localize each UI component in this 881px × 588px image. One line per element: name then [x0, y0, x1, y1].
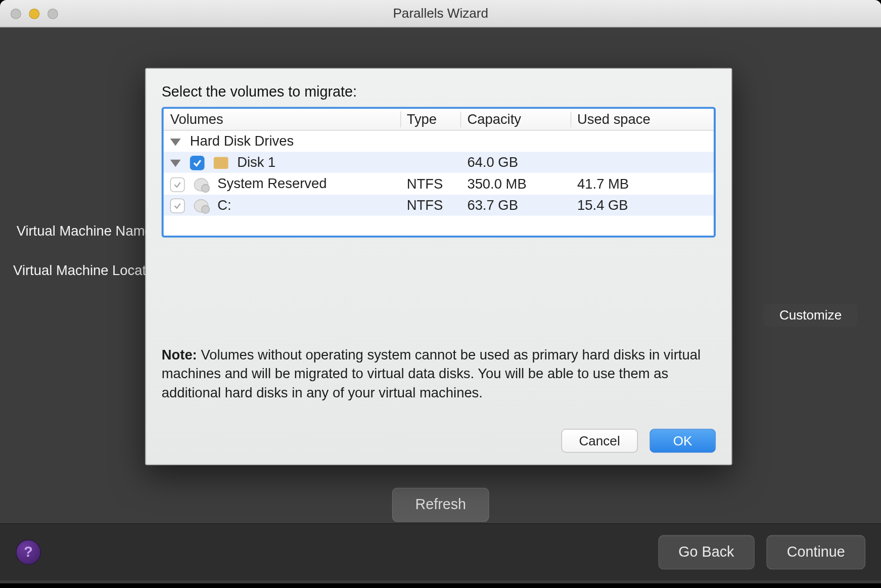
partition-checkbox[interactable]	[170, 177, 185, 192]
note-body: Volumes without operating system cannot …	[162, 347, 701, 399]
partition-name: C:	[217, 197, 231, 212]
col-type[interactable]: Type	[400, 109, 461, 130]
volume-select-dialog: Select the volumes to migrate: Volumes T…	[145, 68, 732, 465]
disk-checkbox[interactable]	[190, 156, 205, 171]
vm-name-label: Virtual Machine Name:	[17, 223, 157, 238]
partition-checkbox[interactable]	[170, 199, 185, 213]
chevron-down-icon[interactable]	[170, 160, 181, 167]
dialog-heading: Select the volumes to migrate:	[162, 83, 716, 100]
window-title: Parallels Wizard	[0, 6, 881, 21]
disk-capacity: 64.0 GB	[460, 152, 571, 173]
wizard-body: Virtual Machine Name: Windows 7 Virtual …	[0, 28, 881, 583]
partition-name: System Reserved	[217, 176, 327, 191]
table-row[interactable]: C: NTFS 63.7 GB 15.4 GB	[164, 195, 714, 216]
bottom-bar: ? Go Back Continue	[0, 523, 881, 580]
titlebar: Parallels Wizard	[0, 0, 881, 28]
partition-icon	[194, 200, 208, 213]
partition-type: NTFS	[400, 173, 461, 195]
ok-button[interactable]: OK	[650, 429, 716, 453]
note-prefix: Note:	[162, 347, 197, 362]
table-row[interactable]: Disk 1 64.0 GB	[164, 152, 714, 173]
disk-name: Disk 1	[237, 154, 275, 169]
col-capacity[interactable]: Capacity	[460, 109, 571, 130]
zoom-window-button[interactable]	[48, 8, 58, 19]
volumes-table-frame: Volumes Type Capacity Used space Hard Di…	[162, 107, 716, 237]
app-window: Parallels Wizard Virtual Machine Name: W…	[0, 0, 881, 583]
partition-capacity: 350.0 MB	[460, 173, 571, 195]
col-volumes[interactable]: Volumes	[164, 109, 400, 130]
partition-icon	[194, 178, 208, 191]
help-button[interactable]: ?	[16, 539, 41, 565]
table-row[interactable]: Hard Disk Drives	[164, 130, 714, 152]
refresh-button[interactable]: Refresh	[392, 487, 489, 522]
table-row	[164, 216, 714, 237]
chevron-down-icon[interactable]	[170, 139, 181, 146]
partition-used: 15.4 GB	[571, 195, 714, 216]
disk-icon	[213, 157, 228, 169]
minimize-window-button[interactable]	[29, 8, 39, 19]
partition-used: 41.7 MB	[571, 173, 714, 195]
partition-capacity: 63.7 GB	[460, 195, 571, 216]
continue-button[interactable]: Continue	[766, 535, 865, 569]
go-back-button[interactable]: Go Back	[658, 535, 755, 569]
cancel-button[interactable]: Cancel	[561, 429, 638, 453]
customize-button-ghost: Customize	[764, 303, 858, 327]
volumes-table: Volumes Type Capacity Used space Hard Di…	[164, 109, 714, 237]
table-row[interactable]: System Reserved NTFS 350.0 MB 41.7 MB	[164, 173, 714, 195]
close-window-button[interactable]	[11, 8, 21, 19]
table-header-row: Volumes Type Capacity Used space	[164, 109, 714, 130]
group-label: Hard Disk Drives	[190, 133, 294, 149]
partition-type: NTFS	[400, 195, 461, 216]
dialog-buttons: Cancel OK	[162, 429, 716, 453]
note-text: Note: Volumes without operating system c…	[162, 346, 716, 402]
col-used[interactable]: Used space	[571, 109, 714, 130]
window-controls	[11, 8, 58, 19]
